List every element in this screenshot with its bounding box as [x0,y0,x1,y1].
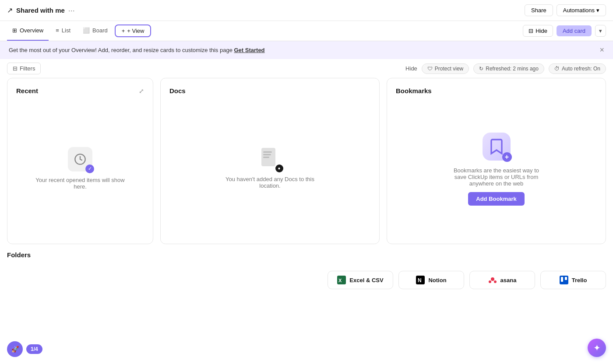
recent-icon-badge: ✓ [85,164,94,173]
svg-rect-4 [263,157,269,158]
get-started-link[interactable]: Get Started [234,47,264,53]
import-strip: X Excel & CSV N Notion asana Trello [0,264,613,296]
overview-icon: ⊞ [12,27,17,34]
excel-label: Excel & CSV [349,277,383,284]
import-excel-button[interactable]: X Excel & CSV [328,271,393,289]
tabs-bar: ⊞ Overview ≡ List ⬜ Board + + View ⊟ Hid… [0,21,613,41]
svg-text:X: X [338,278,342,283]
tab-list[interactable]: ≡ List [50,21,76,41]
folders-title: Folders [7,251,606,259]
docs-card: Docs ● You haven't added any Docs to thi… [160,78,380,244]
svg-point-10 [489,280,491,283]
toolbar-right: Hide 🛡 Protect view ↻ Refreshed: 2 mins … [405,63,606,74]
hide-icon: ⊟ [528,28,533,34]
recent-card-header: Recent ⤢ [16,87,144,94]
tab-list-label: List [62,27,70,34]
svg-point-11 [494,280,497,283]
list-icon: ≡ [56,27,59,34]
refreshed-status: ↻ Refreshed: 2 mins ago [473,63,544,74]
docs-icon-badge: ● [275,164,283,172]
trello-label: Trello [572,277,587,284]
header-right: Share Automations ▾ [525,4,606,16]
recent-card-title: Recent [16,87,38,94]
filters-button[interactable]: ⊟ Filters [7,63,41,74]
more-button[interactable]: ··· [68,7,75,14]
svg-rect-14 [565,277,567,280]
tabs-left: ⊞ Overview ≡ List ⬜ Board + + View [7,21,151,41]
import-notion-button[interactable]: N Notion [398,271,464,289]
docs-card-empty: ● You haven't added any Docs to this loc… [169,102,370,235]
banner-close-button[interactable]: × [599,46,604,55]
recent-empty-text: Your recent opened items will show here. [32,177,128,190]
page-title: Shared with me [16,7,65,14]
expand-icon[interactable]: ⤢ [139,88,144,94]
top-header: ↗ Shared with me ··· Share Automations ▾ [0,0,613,21]
banner-text: Get the most out of your Overview! Add, … [9,47,265,53]
import-asana-button[interactable]: asana [469,271,535,289]
import-trello-button[interactable]: Trello [540,271,606,289]
refreshed-label: Refreshed: 2 mins ago [486,66,539,72]
bookmarks-card: Bookmarks + Bookmarks are the easiest wa… [387,78,606,244]
hide-toolbar-item[interactable]: Hide [405,65,417,72]
tab-overview[interactable]: ⊞ Overview [7,21,49,41]
clock-icon: ⏱ [554,66,560,72]
header-left: ↗ Shared with me ··· [7,6,75,14]
add-view-button[interactable]: + + View [115,24,151,37]
svg-rect-2 [263,151,272,153]
bookmarks-icon: + [481,131,512,162]
asana-label: asana [500,277,517,284]
share-icon: ↗ [7,6,13,14]
notion-label: Notion [428,277,446,284]
toolbar-left: ⊟ Filters [7,63,41,74]
svg-rect-13 [561,277,563,282]
docs-icon: ● [259,148,282,171]
plus-icon: + [122,28,125,34]
protect-view-label: Protect view [435,66,463,72]
recent-card: Recent ⤢ ✓ Your recent opened items will… [7,78,153,244]
automations-button[interactable]: Automations ▾ [557,4,606,16]
svg-rect-3 [263,154,271,155]
filters-label: Filters [20,65,35,72]
docs-empty-text: You haven't added any Docs to this locat… [222,176,318,189]
docs-card-header: Docs [169,87,370,94]
cards-grid: Recent ⤢ ✓ Your recent opened items will… [0,78,613,251]
svg-point-9 [491,277,494,281]
tab-chevron-button[interactable]: ▾ [595,25,606,37]
hide-button[interactable]: ⊟ Hide [523,25,553,37]
tab-board[interactable]: ⬜ Board [78,21,113,41]
automations-label: Automations [563,7,595,14]
info-banner: Get the most out of your Overview! Add, … [0,41,613,59]
tab-overview-label: Overview [20,27,43,34]
add-bookmark-button[interactable]: Add Bookmark [468,192,524,206]
tabs-right: ⊟ Hide Add card ▾ [523,25,606,37]
chevron-down-icon: ▾ [596,7,599,14]
bookmarks-card-title: Bookmarks [396,87,432,94]
bookmarks-card-header: Bookmarks [396,87,597,94]
svg-text:N: N [418,277,422,284]
hide-label: Hide [535,28,547,34]
toolbar: ⊟ Filters Hide 🛡 Protect view ↻ Refreshe… [0,59,613,78]
add-view-label: + View [127,28,144,34]
bookmarks-desc: Bookmarks are the easiest way to save Cl… [448,167,545,187]
board-icon: ⬜ [83,27,90,34]
auto-refresh-button[interactable]: ⏱ Auto refresh: On [549,63,606,74]
folders-section: Folders [0,251,613,259]
auto-refresh-label: Auto refresh: On [562,66,600,72]
add-card-button[interactable]: Add card [557,25,592,36]
tab-board-label: Board [92,27,108,34]
refresh-icon: ↻ [479,66,483,72]
plus-badge-icon: + [502,152,512,162]
filters-icon: ⊟ [13,65,18,72]
shield-icon: 🛡 [427,66,433,72]
docs-card-title: Docs [169,87,186,94]
hide-toolbar-label: Hide [405,65,417,72]
protect-view-button[interactable]: 🛡 Protect view [422,63,469,74]
recent-icon: ✓ [68,147,92,172]
recent-card-empty: ✓ Your recent opened items will show her… [16,102,144,235]
bookmarks-card-empty: + Bookmarks are the easiest way to save … [396,102,597,235]
share-button[interactable]: Share [525,4,553,16]
chevron-icon: ▾ [599,28,602,34]
